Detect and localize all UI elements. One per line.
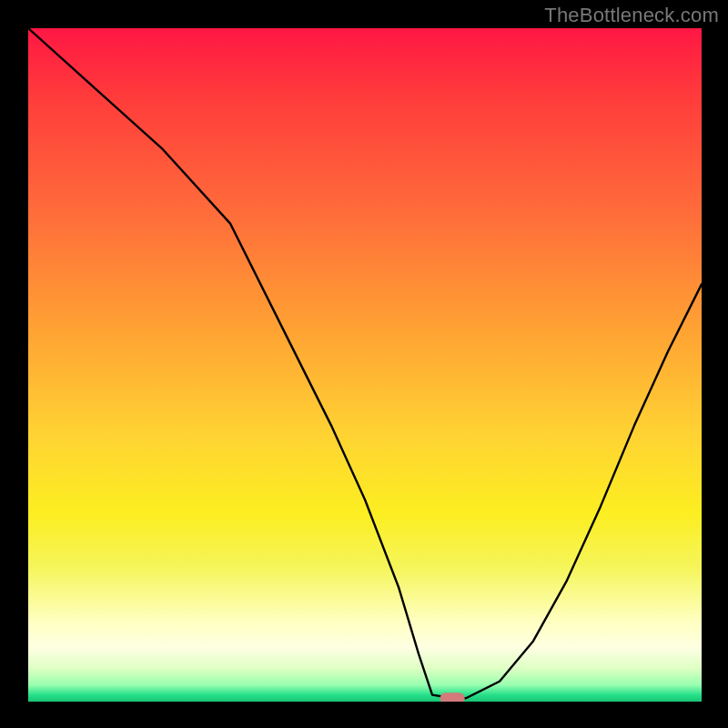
bottleneck-chart: TheBottleneck.com	[0, 0, 728, 728]
chart-svg	[28, 28, 702, 702]
optimal-marker	[440, 693, 465, 702]
gradient-background	[28, 28, 702, 702]
watermark-text: TheBottleneck.com	[544, 4, 719, 27]
plot-area	[28, 28, 702, 702]
